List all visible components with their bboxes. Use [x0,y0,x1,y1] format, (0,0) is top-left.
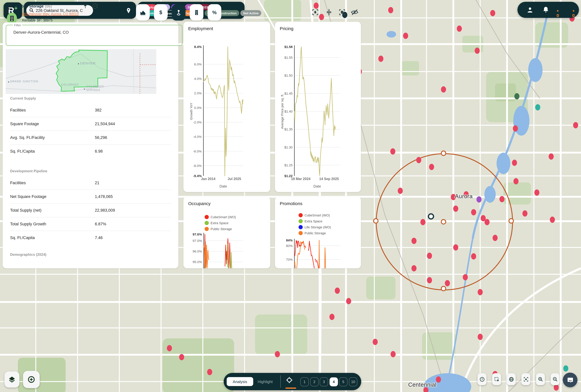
center-focus-icon[interactable] [312,8,319,16]
facility-marker[interactable] [500,196,504,202]
radius-circle-handle[interactable] [441,151,446,156]
radius-circle-handle[interactable] [508,218,514,224]
radius-button-4[interactable]: 4 [330,378,338,386]
facility-marker[interactable] [373,339,378,345]
facility-marker[interactable] [436,376,441,383]
drag-handle-icon[interactable] [8,4,10,5]
expand-frame-icon[interactable] [338,8,346,16]
radius-circle-handle[interactable] [441,286,446,291]
radius-circle-handle[interactable] [441,219,446,224]
tab-supply-button[interactable] [172,4,186,20]
facility-marker[interactable] [314,2,319,9]
facility-marker[interactable] [476,196,482,203]
occupancy-chart[interactable]: 97.6%97.0%96.0%95.0%CubeSmart (WO)Extra … [184,197,270,268]
vertical-compress-icon[interactable] [325,8,333,16]
facility-marker[interactable] [534,189,540,196]
facility-marker[interactable] [427,253,432,259]
facility-marker[interactable] [441,86,446,92]
tab-analysis[interactable]: Analysis [227,377,253,386]
facility-marker[interactable] [412,238,416,244]
facility-marker[interactable] [463,274,468,280]
tab-percent-button[interactable]: % [208,4,221,20]
radius-button-2[interactable]: 2 [310,378,318,386]
radius-button-10[interactable]: 10 [349,378,357,386]
facility-marker[interactable] [420,219,426,225]
employment-chart[interactable]: 8.4%6.0%4.0%2.0%0.0%-2.0%-4.0%-6.0%-8.0%… [184,22,270,192]
facility-marker[interactable] [453,244,458,251]
facility-marker[interactable] [457,25,462,32]
facility-marker[interactable] [330,314,334,320]
facility-marker[interactable] [475,47,480,54]
facility-marker[interactable] [471,253,476,260]
facility-marker[interactable] [573,122,578,128]
selected-facility-marker[interactable] [428,213,434,220]
facility-marker[interactable] [179,354,184,360]
facility-marker[interactable] [514,93,520,99]
counter-badge-2[interactable]: 0 [572,13,575,18]
facility-marker[interactable] [550,217,555,223]
user-icon[interactable] [526,6,534,13]
tab-facilities-button[interactable] [190,4,204,20]
facility-marker[interactable] [481,215,486,221]
radius-tool-button[interactable] [286,376,296,384]
promotions-chart[interactable]: 84%80%70%CubeSmart (WO)Extra SpaceLife S… [275,197,361,268]
facility-marker[interactable] [378,56,384,62]
facility-marker[interactable] [490,10,495,16]
globe-button[interactable] [507,373,516,385]
area-select-button[interactable] [492,373,501,385]
tab-pricing-button[interactable]: $ [154,4,168,20]
facility-marker[interactable] [563,365,568,372]
market-filter-field[interactable]: Filter Denver-Aurora-Centennial, CO [6,23,182,46]
facility-marker[interactable] [478,289,483,295]
facility-marker[interactable] [207,369,212,375]
facility-marker[interactable] [335,288,340,294]
facility-marker[interactable] [167,345,172,351]
facility-marker[interactable] [275,351,280,357]
facility-marker[interactable] [549,153,554,160]
collapse-minus-icon[interactable] [92,3,98,9]
notifications-bell-icon[interactable] [542,6,550,13]
facility-marker[interactable] [346,298,351,304]
add-button[interactable] [23,371,40,388]
facility-marker[interactable] [427,277,432,283]
facility-marker[interactable] [445,280,450,286]
radius-button-3[interactable]: 3 [320,378,328,386]
facility-marker[interactable] [514,178,518,184]
facility-marker[interactable] [390,148,395,155]
facility-marker[interactable] [513,125,518,132]
zoom-out-button[interactable] [550,373,560,385]
facility-marker[interactable] [403,33,408,39]
tab-charts-button[interactable] [136,4,150,20]
help-button[interactable]: ? [478,373,486,385]
facility-marker[interactable] [535,104,540,110]
facility-marker[interactable] [412,265,416,271]
facility-address-link[interactable]: 565 Hanover Way, Aurora, CO 80010 [22,12,79,16]
counter-badge-1[interactable]: 0 [556,13,559,18]
radius-circle-handle[interactable] [373,218,378,224]
filter-pill-not-active[interactable]: Not Active [240,10,261,16]
layers-button[interactable] [4,372,20,388]
tab-highlight[interactable]: Highlight [253,377,277,386]
facility-marker[interactable] [554,385,559,391]
facility-marker[interactable] [416,157,421,163]
pin-icon[interactable] [82,3,88,9]
hide-panel-eye-off-icon[interactable] [351,8,358,16]
facility-marker[interactable] [390,351,396,357]
facility-marker[interactable] [319,14,324,20]
facility-marker[interactable] [492,235,498,241]
panel-drag-handle-icon[interactable] [4,9,6,10]
facility-marker[interactable] [453,206,458,212]
facility-marker[interactable] [512,160,517,166]
facility-marker[interactable] [522,210,528,217]
pricing-chart[interactable]: $1.58$1.55$1.50$1.45$1.40$1.35$1.30$1.25… [275,22,361,192]
facility-marker[interactable] [471,209,476,215]
facility-marker[interactable] [388,7,393,13]
focus-selection-button[interactable] [521,373,530,385]
zoom-in-button[interactable] [536,373,545,385]
state-minimap[interactable]: DENVER GRAND JUNCTION COLORADO COLORADO … [6,49,156,94]
facility-marker[interactable] [429,164,434,170]
radius-button-5[interactable]: 5 [339,378,348,386]
facility-marker[interactable] [398,188,403,194]
facility-marker[interactable] [478,334,483,340]
radius-button-1[interactable]: 1 [300,378,309,386]
